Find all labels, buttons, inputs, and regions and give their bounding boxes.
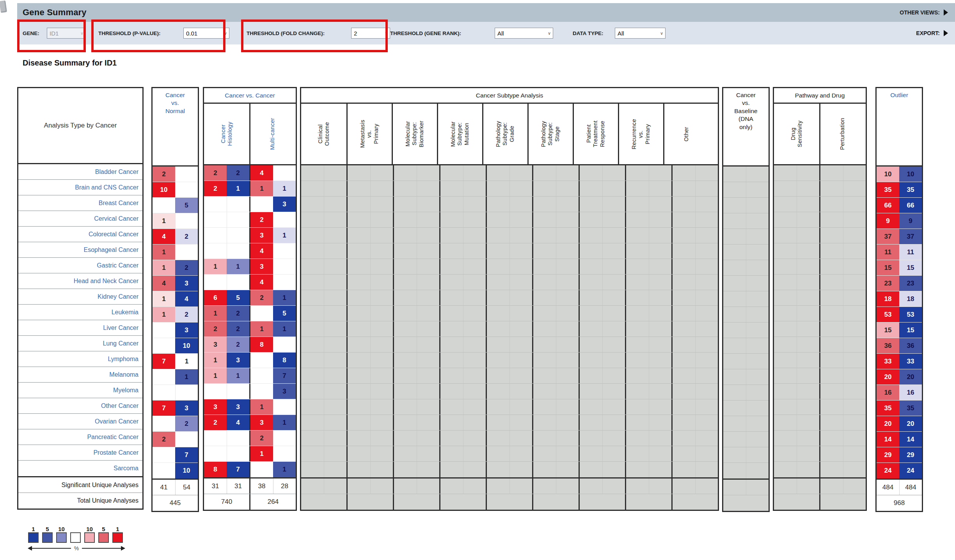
heatmap-cell[interactable]: 14 [877,432,899,447]
heatmap-cell[interactable]: 1 [273,321,296,337]
heatmap-cell[interactable]: 2 [153,167,175,182]
heatmap-cell[interactable]: 20 [877,369,899,385]
heatmap-cell[interactable]: 2 [250,212,273,227]
heatmap-cell[interactable]: 2 [227,165,249,181]
heatmap-cell[interactable]: 11 [877,245,899,260]
heatmap-cell[interactable]: 10 [877,167,899,182]
heatmap-cell[interactable]: 24 [877,463,899,478]
heatmap-cell[interactable]: 1 [153,245,175,260]
heatmap-cell[interactable]: 4 [175,291,198,307]
heatmap-cell[interactable]: 2 [250,431,273,446]
heatmap-cell[interactable]: 20 [899,416,922,431]
heatmap-cell[interactable]: 2 [204,321,227,337]
heatmap-cell[interactable]: 3 [227,353,249,368]
heatmap-cell[interactable]: 1 [250,181,273,196]
other-views-button[interactable]: OTHER VIEWS: [900,3,948,22]
heatmap-cell[interactable]: 1 [204,259,227,274]
heatmap-cell[interactable]: 18 [899,291,922,307]
heatmap-cell[interactable]: 33 [877,354,899,369]
heatmap-cell[interactable]: 15 [899,323,922,338]
heatmap-cell[interactable]: 16 [877,385,899,400]
heatmap-cell[interactable]: 2 [175,307,198,322]
heatmap-cell[interactable]: 11 [899,245,922,260]
heatmap-cell[interactable]: 8 [204,462,227,477]
heatmap-cell[interactable]: 2 [175,260,198,275]
heatmap-cell[interactable]: 1 [153,307,175,322]
row-label-colorectal-cancer[interactable]: Colorectal Cancer [18,227,142,242]
heatmap-cell[interactable]: 36 [877,338,899,353]
heatmap-cell[interactable]: 23 [899,276,922,291]
heatmap-cell[interactable]: 1 [273,415,296,430]
heatmap-cell[interactable]: 1 [204,306,227,321]
row-label-brain-and-cns-cancer[interactable]: Brain and CNS Cancer [18,180,142,195]
heatmap-cell[interactable]: 2 [227,337,249,352]
heatmap-cell[interactable]: 1 [153,260,175,275]
heatmap-cell[interactable]: 7 [175,447,198,463]
heatmap-cell[interactable]: 7 [273,368,296,383]
heatmap-cell[interactable]: 4 [227,415,249,430]
heatmap-cell[interactable]: 4 [153,229,175,244]
heatmap-cell[interactable]: 3 [250,415,273,430]
heatmap-cell[interactable]: 35 [877,401,899,416]
heatmap-cell[interactable]: 1 [227,259,249,274]
heatmap-cell[interactable]: 4 [153,276,175,291]
heatmap-cell[interactable]: 1 [250,321,273,337]
heatmap-cell[interactable]: 10 [175,463,198,478]
heatmap-cell[interactable]: 8 [250,337,273,352]
heatmap-cell[interactable]: 29 [877,447,899,463]
row-label-sarcoma[interactable]: Sarcoma [18,461,142,476]
heatmap-cell[interactable]: 4 [250,243,273,259]
heatmap-cell[interactable]: 2 [204,415,227,430]
heatmap-cell[interactable]: 1 [153,291,175,307]
heatmap-cell[interactable]: 1 [204,368,227,383]
heatmap-cell[interactable]: 66 [899,198,922,213]
row-label-melanoma[interactable]: Melanoma [18,367,142,383]
row-label-prostate-cancer[interactable]: Prostate Cancer [18,445,142,461]
heatmap-cell[interactable]: 15 [899,260,922,275]
heatmap-cell[interactable]: 2 [250,290,273,305]
heatmap-cell[interactable]: 3 [175,276,198,291]
heatmap-cell[interactable]: 7 [153,354,175,369]
heatmap-cell[interactable]: 3 [204,337,227,352]
row-label-leukemia[interactable]: Leukemia [18,305,142,320]
heatmap-cell[interactable]: 36 [899,338,922,353]
export-button[interactable]: EXPORT: [916,30,948,36]
heatmap-cell[interactable]: 1 [273,290,296,305]
heatmap-cell[interactable]: 3 [227,399,249,415]
heatmap-cell[interactable]: 1 [175,354,198,369]
heatmap-cell[interactable]: 7 [153,401,175,416]
row-label-cervical-cancer[interactable]: Cervical Cancer [18,211,142,227]
heatmap-cell[interactable]: 20 [899,369,922,385]
heatmap-cell[interactable]: 10 [175,338,198,353]
heatmap-cell[interactable]: 15 [877,323,899,338]
heatmap-cell[interactable]: 66 [877,198,899,213]
rank-select[interactable]: All∨ [495,28,553,39]
row-label-esophageal-cancer[interactable]: Esophageal Cancer [18,242,142,258]
row-label-breast-cancer[interactable]: Breast Cancer [18,195,142,211]
heatmap-cell[interactable]: 35 [877,182,899,197]
heatmap-cell[interactable]: 5 [227,290,249,305]
row-label-myeloma[interactable]: Myeloma [18,383,142,398]
row-label-lymphoma[interactable]: Lymphoma [18,351,142,367]
heatmap-cell[interactable]: 9 [899,213,922,229]
row-label-liver-cancer[interactable]: Liver Cancer [18,320,142,336]
heatmap-cell[interactable]: 1 [227,181,249,196]
heatmap-cell[interactable]: 1 [153,213,175,229]
heatmap-cell[interactable]: 5 [273,306,296,321]
heatmap-cell[interactable]: 8 [273,353,296,368]
heatmap-cell[interactable]: 9 [877,213,899,229]
heatmap-cell[interactable]: 2 [153,432,175,447]
row-label-lung-cancer[interactable]: Lung Cancer [18,336,142,351]
heatmap-cell[interactable]: 35 [899,401,922,416]
heatmap-cell[interactable]: 2 [175,229,198,244]
row-label-ovarian-cancer[interactable]: Ovarian Cancer [18,414,142,429]
heatmap-cell[interactable]: 3 [250,259,273,274]
heatmap-cell[interactable]: 3 [273,197,296,212]
heatmap-cell[interactable]: 7 [227,462,249,477]
heatmap-cell[interactable]: 33 [899,354,922,369]
heatmap-cell[interactable]: 14 [899,432,922,447]
heatmap-cell[interactable]: 1 [175,369,198,385]
heatmap-cell[interactable]: 3 [273,384,296,399]
heatmap-cell[interactable]: 1 [227,368,249,383]
heatmap-cell[interactable]: 3 [175,323,198,338]
